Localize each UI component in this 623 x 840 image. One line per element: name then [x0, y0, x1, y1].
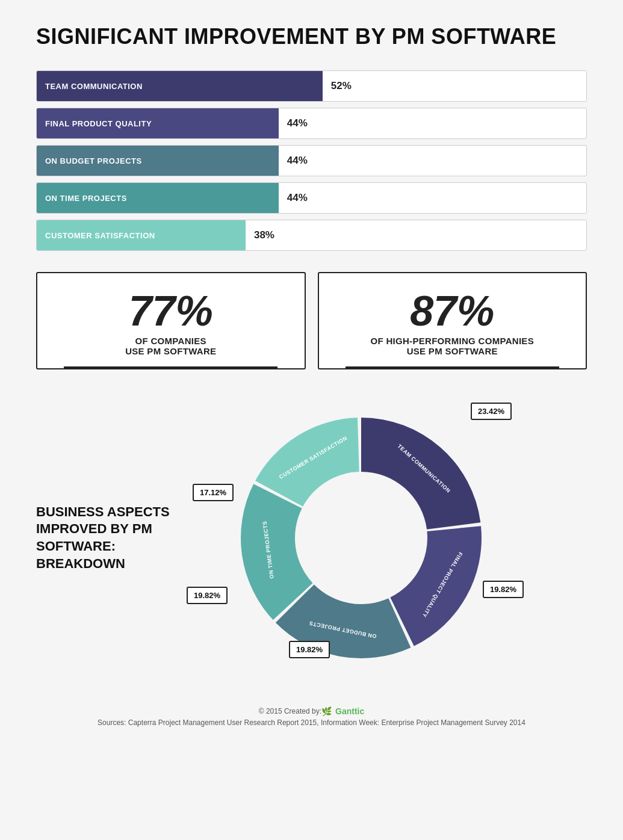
stats-row: 77%OF COMPANIES USE PM SOFTWARE87%OF HIG… [36, 272, 587, 369]
donut-section: BUSINESS ASPECTS IMPROVED BY PM SOFTWARE… [36, 394, 587, 682]
footer: © 2015 Created by: 🌿 Ganttic Sources: Ca… [36, 706, 587, 727]
leaf-icon: 🌿 [321, 706, 332, 716]
bar-row: CUSTOMER SATISFACTION38% [36, 220, 587, 251]
bar-value: 38% [246, 229, 274, 241]
bar-row: ON BUDGET PROJECTS44% [36, 145, 587, 176]
stat-percent: 87% [333, 290, 572, 332]
bar-row: FINAL PRODUCT QUALITY44% [36, 108, 587, 139]
stat-desc: OF COMPANIES USE PM SOFTWARE [52, 336, 290, 356]
copyright-text: © 2015 Created by: [259, 707, 321, 715]
donut-percentage-label: 19.82% [289, 641, 330, 658]
bar-row: ON TIME PROJECTS44% [36, 182, 587, 214]
donut-percentage-label: 23.42% [471, 403, 512, 420]
bar-label: CUSTOMER SATISFACTION [37, 220, 246, 250]
footer-brand: © 2015 Created by: 🌿 Ganttic [36, 706, 587, 716]
donut-percentage-label: 19.82% [187, 587, 228, 604]
page-title: SIGNIFICANT IMPROVEMENT BY PM SOFTWARE [36, 24, 587, 49]
bar-value: 44% [279, 155, 308, 167]
bar-chart: TEAM COMMUNICATION52%FINAL PRODUCT QUALI… [36, 70, 587, 251]
donut-chart: TEAM COMMUNICATIONFINAL PROJECT QUALITYO… [217, 394, 506, 682]
svg-point-0 [298, 475, 424, 601]
bar-label: ON TIME PROJECTS [37, 183, 279, 213]
donut-title: BUSINESS ASPECTS IMPROVED BY PM SOFTWARE… [36, 504, 205, 572]
donut-percentage-label: 19.82% [483, 581, 524, 598]
stat-box: 77%OF COMPANIES USE PM SOFTWARE [36, 272, 306, 369]
bar-label: TEAM COMMUNICATION [37, 71, 323, 101]
brand-name: Ganttic [335, 706, 364, 716]
stat-desc: OF HIGH-PERFORMING COMPANIES USE PM SOFT… [333, 336, 572, 356]
bar-label: FINAL PRODUCT QUALITY [37, 108, 279, 138]
bar-value: 44% [279, 192, 308, 204]
stat-box: 87%OF HIGH-PERFORMING COMPANIES USE PM S… [318, 272, 587, 369]
bar-label: ON BUDGET PROJECTS [37, 146, 279, 176]
donut-percentage-label: 17.12% [193, 484, 234, 501]
bar-value: 44% [279, 117, 308, 129]
sources-text: Sources: Capterra Project Management Use… [36, 718, 587, 727]
stat-percent: 77% [52, 290, 290, 332]
bar-row: TEAM COMMUNICATION52% [36, 70, 587, 102]
bar-value: 52% [323, 80, 352, 92]
